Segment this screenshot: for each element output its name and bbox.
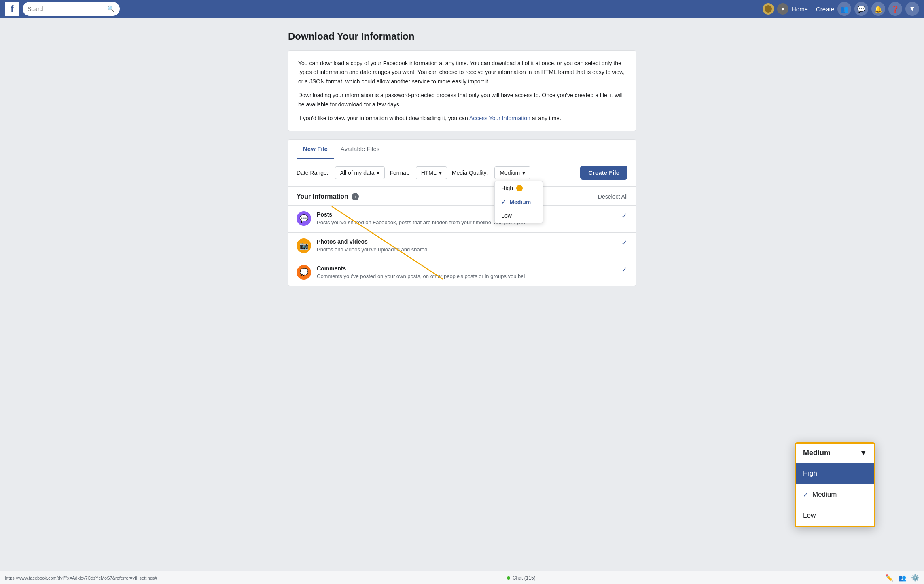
list-item: 📷 Photos and Videos Photos and videos yo… (288, 232, 636, 259)
posts-check[interactable]: ✓ (621, 211, 627, 220)
dropdown-item-low[interactable]: Low (495, 209, 543, 223)
avatar-2: ● (777, 3, 788, 15)
format-dropdown[interactable]: HTML ▾ (416, 166, 447, 179)
date-range-label: Date Range: (297, 170, 328, 176)
comments-title: Comments (317, 265, 616, 272)
comments-content: Comments Comments you've posted on your … (317, 265, 616, 280)
photos-desc: Photos and videos you've uploaded and sh… (317, 246, 616, 253)
posts-title: Posts (317, 211, 616, 218)
photos-title: Photos and Videos (317, 238, 616, 245)
nav-links: Home Create (792, 6, 834, 13)
nav-icons: 👥 💬 🔔 ❓ ▼ (837, 2, 919, 16)
format-chevron: ▾ (439, 170, 442, 176)
search-icon: 🔍 (107, 5, 115, 13)
check-medium: ✓ (501, 199, 506, 205)
posts-desc: Posts you've shared on Facebook, posts t… (317, 219, 616, 226)
format-label: Format: (390, 170, 409, 176)
tab-new-file[interactable]: New File (297, 140, 334, 159)
create-file-button[interactable]: Create File (580, 166, 627, 180)
deselect-all-button[interactable]: Deselect All (598, 193, 627, 200)
access-your-info-link[interactable]: Access Your Information (469, 115, 530, 121)
bell-icon[interactable]: 🔔 (871, 2, 885, 16)
date-range-dropdown[interactable]: All of my data ▾ (335, 166, 385, 179)
yellow-dot (516, 185, 523, 191)
posts-icon: 💬 (297, 211, 311, 226)
your-information-header: Your Information i Deselect All (288, 187, 636, 205)
main-content: Download Your Information You can downlo… (280, 18, 644, 299)
chevron-down-icon[interactable]: ▼ (905, 2, 919, 16)
comments-icon: 💭 (297, 265, 311, 280)
format-value: HTML (421, 170, 437, 176)
date-range-chevron: ▾ (377, 170, 379, 176)
media-quality-chevron: ▾ (522, 170, 525, 176)
photos-icon: 📷 (297, 238, 311, 253)
comments-check[interactable]: ✓ (621, 265, 627, 274)
list-item: 💭 Comments Comments you've posted on you… (288, 259, 636, 286)
tabs: New File Available Files (288, 140, 636, 159)
info-para-3: If you'd like to view your information w… (298, 114, 626, 123)
info-box: You can download a copy of your Facebook… (288, 50, 636, 131)
question-icon[interactable]: ❓ (888, 2, 902, 16)
list-item: 💬 Posts Posts you've shared on Facebook,… (288, 205, 636, 232)
dropdown-item-low-label: Low (501, 212, 512, 219)
page-title: Download Your Information (288, 31, 636, 42)
nav-create[interactable]: Create (816, 6, 834, 13)
media-quality-dropdown[interactable]: Medium ▾ (494, 166, 530, 179)
info-circle-icon[interactable]: i (352, 193, 359, 200)
facebook-logo: f (5, 2, 19, 16)
date-range-value: All of my data (340, 170, 375, 176)
search-bar[interactable]: 🔍 (23, 2, 120, 16)
main-card: New File Available Files Date Range: All… (288, 139, 636, 286)
info-para-2: Downloading your information is a passwo… (298, 91, 626, 109)
nav-home[interactable]: Home (792, 6, 808, 13)
photos-content: Photos and Videos Photos and videos you'… (317, 238, 616, 253)
tab-available-files[interactable]: Available Files (334, 140, 386, 159)
dropdown-item-medium-label: Medium (509, 199, 531, 205)
media-quality-wrapper: Medium ▾ High ✓ Medium Low (494, 166, 530, 179)
your-information-title: Your Information i (297, 193, 359, 200)
small-dropdown: High ✓ Medium Low (494, 181, 543, 223)
media-quality-value: Medium (500, 170, 520, 176)
messenger-icon[interactable]: 💬 (854, 2, 868, 16)
dropdown-item-high-label: High (501, 185, 513, 191)
comments-desc: Comments you've posted on your own posts… (317, 273, 616, 280)
posts-content: Posts Posts you've shared on Facebook, p… (317, 211, 616, 226)
info-para-1: You can download a copy of your Facebook… (298, 59, 626, 86)
search-input[interactable] (28, 6, 104, 12)
photos-check[interactable]: ✓ (621, 238, 627, 247)
people-icon[interactable]: 👥 (837, 2, 851, 16)
media-quality-label: Media Quality: (452, 170, 488, 176)
avatar (763, 3, 774, 15)
dropdown-item-high[interactable]: High (495, 181, 543, 195)
controls-row: Date Range: All of my data ▾ Format: HTM… (288, 159, 636, 187)
navbar: f 🔍 ● Home Create 👥 💬 🔔 ❓ ▼ (0, 0, 924, 18)
dropdown-item-medium[interactable]: ✓ Medium (495, 195, 543, 209)
